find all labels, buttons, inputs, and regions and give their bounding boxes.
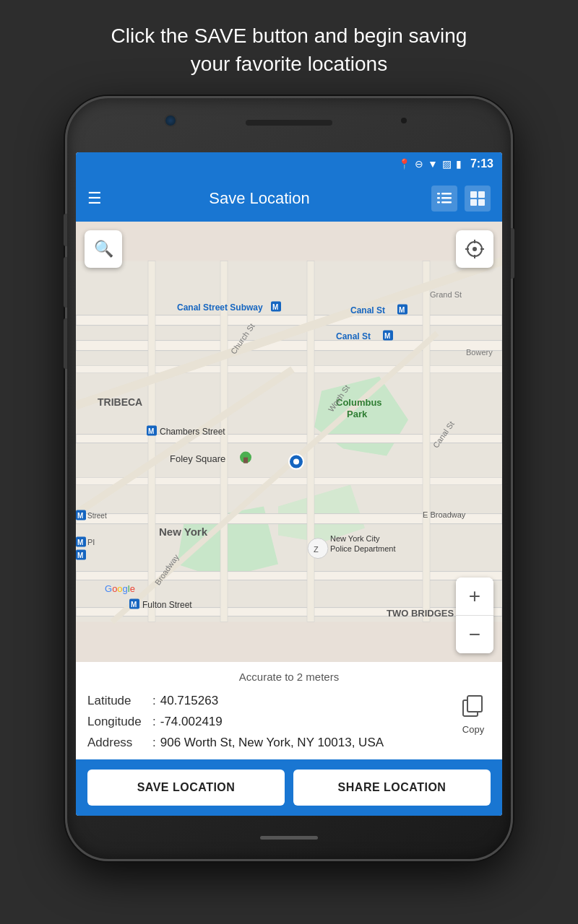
svg-rect-18 (76, 478, 502, 485)
svg-text:Police Department: Police Department (330, 544, 396, 553)
svg-rect-1 (437, 193, 440, 195)
volume-up-button (64, 257, 67, 308)
svg-text:M: M (77, 539, 83, 546)
svg-text:M: M (77, 552, 83, 559)
search-icon: 🔍 (94, 240, 113, 258)
phone-screen: 📍 ⊖ ▼ ▨ ▮ 7:13 ☰ Save Location (76, 152, 502, 816)
svg-text:M: M (399, 306, 405, 314)
location-info-panel: Accurate to 2 meters Latitude : 40.71526… (76, 662, 502, 760)
mute-button (64, 214, 67, 246)
svg-text:Canal Street Subway: Canal Street Subway (177, 302, 263, 313)
svg-rect-6 (470, 191, 477, 198)
svg-text:TRIBECA: TRIBECA (98, 396, 142, 408)
menu-icon[interactable]: ☰ (87, 189, 102, 208)
longitude-label: Longitude (87, 712, 152, 731)
phone-wrapper: 📍 ⊖ ▼ ▨ ▮ 7:13 ☰ Save Location (65, 96, 513, 861)
copy-icon (462, 694, 485, 721)
svg-text:New York: New York (159, 526, 208, 538)
svg-text:Z: Z (314, 545, 319, 554)
svg-rect-20 (76, 572, 502, 580)
home-indicator (260, 836, 318, 840)
zoom-in-button[interactable]: + (456, 578, 493, 615)
svg-text:Street: Street (87, 512, 107, 520)
svg-rect-2 (441, 197, 452, 199)
map-search-button[interactable]: 🔍 (85, 230, 122, 268)
list-view-icon[interactable] (431, 186, 457, 212)
svg-text:Google: Google (105, 583, 135, 594)
svg-rect-15 (76, 341, 502, 351)
longitude-value: -74.002419 (160, 712, 223, 731)
accuracy-text: Accurate to 2 meters (87, 671, 491, 683)
action-buttons-container: SAVE LOCATION SHARE LOCATION (76, 759, 502, 816)
copy-label: Copy (462, 724, 484, 735)
svg-rect-8 (470, 199, 477, 206)
svg-rect-0 (441, 193, 452, 195)
svg-rect-25 (423, 261, 430, 622)
status-time: 7:13 (470, 157, 493, 170)
svg-rect-81 (467, 696, 482, 712)
svg-text:Canal St: Canal St (336, 331, 371, 341)
top-bezel (77, 98, 501, 152)
svg-text:M: M (131, 601, 137, 609)
longitude-separator: : (152, 712, 156, 731)
instruction-text: Click the SAVE button and begin saving y… (68, 0, 511, 96)
svg-text:Canal St: Canal St (350, 305, 385, 315)
zoom-out-button[interactable]: − (456, 616, 493, 653)
svg-rect-22 (148, 261, 155, 622)
app-bar-actions (431, 186, 491, 212)
svg-text:PI: PI (87, 538, 95, 546)
status-bar: 📍 ⊖ ▼ ▨ ▮ 7:13 (76, 152, 502, 175)
svg-text:M: M (272, 303, 278, 311)
app-title: Save Location (116, 189, 402, 208)
svg-text:New York City: New York City (330, 534, 380, 543)
speaker (246, 120, 332, 126)
location-status-icon: 📍 (398, 158, 410, 170)
svg-rect-3 (437, 197, 440, 199)
svg-rect-9 (478, 199, 485, 206)
svg-rect-5 (437, 201, 440, 204)
sensor (401, 118, 407, 123)
svg-text:Grand St: Grand St (430, 290, 462, 299)
map-locate-button[interactable] (456, 230, 493, 268)
svg-text:TWO BRIDGES: TWO BRIDGES (387, 608, 454, 619)
battery-icon: ▮ (456, 158, 462, 170)
svg-text:E Broadway: E Broadway (423, 510, 466, 519)
svg-text:M: M (148, 427, 154, 435)
coordinates-row: Latitude : 40.715263 Longitude : -74.002… (87, 692, 491, 751)
svg-text:Park: Park (347, 409, 368, 419)
signal-status-icon: ⊖ (415, 158, 423, 170)
front-camera (164, 114, 177, 127)
volume-down-button (64, 318, 67, 369)
svg-rect-7 (478, 191, 485, 198)
latitude-row: Latitude : 40.715263 (87, 692, 456, 710)
map-view-icon[interactable] (465, 186, 491, 212)
bottom-bezel (77, 816, 501, 859)
longitude-row: Longitude : -74.002419 (87, 712, 456, 731)
save-location-button[interactable]: SAVE LOCATION (87, 770, 285, 806)
svg-text:M: M (77, 512, 83, 520)
svg-rect-23 (220, 261, 228, 622)
latitude-label: Latitude (87, 692, 152, 710)
svg-text:Fulton Street: Fulton Street (142, 600, 192, 610)
latitude-value: 40.715263 (160, 692, 218, 710)
svg-rect-4 (441, 201, 452, 204)
svg-rect-14 (76, 315, 502, 326)
address-label: Address (87, 734, 152, 751)
latitude-separator: : (152, 692, 156, 710)
phone-device: 📍 ⊖ ▼ ▨ ▮ 7:13 ☰ Save Location (65, 96, 513, 861)
zoom-controls: + − (456, 578, 493, 653)
map-container[interactable]: Canal Street Subway M Canal St M Canal S… (76, 222, 502, 661)
svg-text:M: M (384, 332, 390, 340)
wifi-status-icon: ▼ (428, 158, 438, 170)
svg-text:Foley Square: Foley Square (170, 453, 225, 464)
share-location-button[interactable]: SHARE LOCATION (293, 770, 491, 806)
svg-text:Bowery: Bowery (466, 348, 493, 357)
svg-text:Chambers Street: Chambers Street (160, 427, 225, 437)
address-value: 906 Worth St, New York, NY 10013, USA (160, 734, 384, 751)
coordinates-info: Latitude : 40.715263 Longitude : -74.002… (87, 692, 456, 751)
app-bar: ☰ Save Location (76, 175, 502, 222)
address-row: Address : 906 Worth St, New York, NY 100… (87, 734, 456, 751)
power-button (511, 228, 514, 279)
status-icons: 📍 ⊖ ▼ ▨ ▮ 7:13 (398, 157, 493, 170)
copy-button[interactable]: Copy (456, 692, 491, 738)
